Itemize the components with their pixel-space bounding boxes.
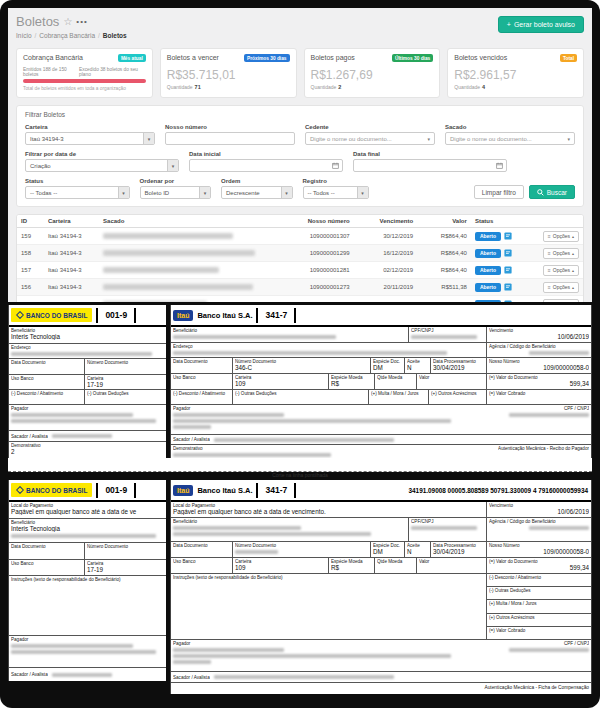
carteira-value: 109 xyxy=(235,380,326,387)
field-label: (-) Outras Deduções xyxy=(235,391,366,396)
divider xyxy=(256,483,258,498)
quantity-label: Quantidade xyxy=(311,84,337,90)
redacted-text xyxy=(173,419,451,423)
table-row: 159 Itaú 34194-3 109000001307 30/12/2019… xyxy=(17,228,583,245)
cell-carteira: Itaú 34194-3 xyxy=(44,262,99,279)
nosso-numero-input[interactable] xyxy=(165,132,295,145)
order-by-label: Ordenar por xyxy=(140,178,212,184)
options-button[interactable]: ≡Opções▴ xyxy=(543,248,579,259)
options-button[interactable]: ≡Opções▴ xyxy=(543,282,579,293)
order-select[interactable]: Decrescente ▾ xyxy=(221,186,293,199)
cell-vencimento: 30/12/2019 xyxy=(354,228,417,245)
cedente-select[interactable]: Digite o nome ou documento... ▾ xyxy=(305,132,435,145)
field-label: Data Documento xyxy=(11,544,82,549)
cell-status: Aberto xyxy=(471,245,527,262)
options-button[interactable]: ≡Opções▴ xyxy=(543,231,579,242)
status-badge: Aberto xyxy=(475,249,501,258)
filter-panel: Filtrar Boletos Carteira Itaú 34194-3 ▾ … xyxy=(16,105,584,207)
field-label: Beneficiário xyxy=(173,328,406,333)
registro-select[interactable]: -- Todos -- ▾ xyxy=(303,186,369,199)
status-badge: Aberto xyxy=(475,266,501,275)
date-by-select[interactable]: Criação ▾ xyxy=(25,159,179,172)
status-note-icon[interactable] xyxy=(504,300,512,302)
redacted-text xyxy=(11,644,133,648)
favorite-star-icon[interactable]: ☆ xyxy=(63,16,72,27)
chevron-down-icon: ▾ xyxy=(567,136,574,142)
field-label: (+) Multa / Mora / Juros xyxy=(371,391,426,396)
status-select[interactable]: -- Todas -- ▾ xyxy=(25,186,130,199)
redacted-text xyxy=(173,648,284,652)
cell-sacado xyxy=(99,279,277,296)
cell-status: Aberto xyxy=(471,262,527,279)
summary-cards: Cobrança Bancária Mês atual Emitidos 188… xyxy=(16,48,584,98)
carteira-select[interactable]: Itaú 34194-3 ▾ xyxy=(25,132,155,145)
redacted-text xyxy=(11,650,156,654)
status-note-icon[interactable] xyxy=(504,249,512,257)
breadcrumb-separator: / xyxy=(98,32,100,39)
breadcrumb-cobranca[interactable]: Cobrança Bancária xyxy=(39,32,95,39)
cell-valor: R$864,40 xyxy=(417,245,471,262)
redacted-text xyxy=(11,534,156,538)
status-note-icon[interactable] xyxy=(504,266,512,274)
nosso-numero-value: 109/00000058-0 xyxy=(489,364,589,371)
search-label: Buscar xyxy=(547,189,567,196)
divider xyxy=(96,308,98,323)
bb-ficha-doc: BANCO DO BRASIL 001-9 Local do Pagamento… xyxy=(8,480,166,681)
bank-name: BANCO DO BRASIL xyxy=(26,312,87,319)
card-title: Cobrança Bancária xyxy=(23,54,83,61)
field-label: CPF/CNPJ xyxy=(411,328,484,333)
header-status: Status xyxy=(471,215,527,228)
redacted-text xyxy=(529,351,589,355)
chevron-down-icon: ▾ xyxy=(427,136,434,142)
especie-moeda-value: R$ xyxy=(331,380,372,387)
options-button[interactable]: ≡Opções▴ xyxy=(543,299,579,303)
vencimento-value: 10/06/2019 xyxy=(489,508,589,515)
order-by-select[interactable]: Boleto ID ▾ xyxy=(140,186,212,199)
field-label: (+) Multa / Mora / Juros xyxy=(489,601,589,606)
badge-total: Total xyxy=(560,54,577,62)
valor-documento-value: 599,34 xyxy=(489,564,589,571)
status-note-icon[interactable] xyxy=(504,232,512,240)
carteira-value: 109 xyxy=(235,564,326,571)
sacado-select[interactable]: Digite o nome ou documento... ▾ xyxy=(445,132,575,145)
sacado-label: Sacado xyxy=(445,124,575,130)
status-note-icon[interactable] xyxy=(504,283,512,291)
redacted-text xyxy=(11,413,133,417)
options-button[interactable]: ≡Opções▴ xyxy=(543,265,579,276)
page-title: Boletos xyxy=(16,14,59,29)
itau-logo: Itaú xyxy=(173,310,193,321)
bb-recibo-doc: BANCO DO BRASIL 001-9 BeneficiárioInteri… xyxy=(8,305,166,458)
cedente-placeholder: Digite o nome ou documento... xyxy=(310,136,392,142)
redacted-sacado xyxy=(103,301,207,302)
cell-vencimento: 20/11/2019 xyxy=(354,279,417,296)
date-start-input[interactable] xyxy=(189,159,343,172)
redacted-text xyxy=(235,550,278,554)
field-label: Valor xyxy=(419,375,484,380)
field-label: CPF/CNPJ xyxy=(411,519,484,524)
redacted-text xyxy=(173,335,336,339)
header-sacado: Sacado xyxy=(99,215,277,228)
date-start-label: Data inicial xyxy=(189,151,343,157)
divider xyxy=(134,483,136,498)
cell-id: 158 xyxy=(17,245,44,262)
generate-boleto-button[interactable]: + Gerar boleto avulso xyxy=(498,16,584,33)
field-label: (-) Desconto / Abatimento xyxy=(489,575,589,580)
chevron-down-icon: ▾ xyxy=(172,163,175,169)
redacted-text xyxy=(173,413,284,417)
breadcrumb-inicio[interactable]: Início xyxy=(16,32,32,39)
autenticacao-ficha-label: Autenticação Mecânica - Ficha de Compens… xyxy=(171,683,591,692)
field-label: Data Documento xyxy=(173,359,230,364)
bank-name: Banco Itaú S.A. xyxy=(197,486,252,495)
search-button[interactable]: Buscar xyxy=(529,185,575,199)
date-end-input[interactable] xyxy=(353,159,507,172)
quantity-label: Quantidade xyxy=(167,84,193,90)
carteira-value: Itaú 34194-3 xyxy=(30,136,64,142)
field-label: Sacador / Avalista xyxy=(11,672,48,677)
cut-line: Corte na linha pontilhada xyxy=(8,458,592,472)
more-options-icon[interactable]: ••• xyxy=(76,17,87,26)
cell-sacado xyxy=(99,228,277,245)
boletos-app: Boletos ☆ ••• Início / Cobrança Bancária… xyxy=(8,8,592,302)
divider xyxy=(134,308,136,323)
clear-filter-button[interactable]: Limpar filtro xyxy=(474,185,524,199)
cell-vencimento: 16/12/2019 xyxy=(354,245,417,262)
